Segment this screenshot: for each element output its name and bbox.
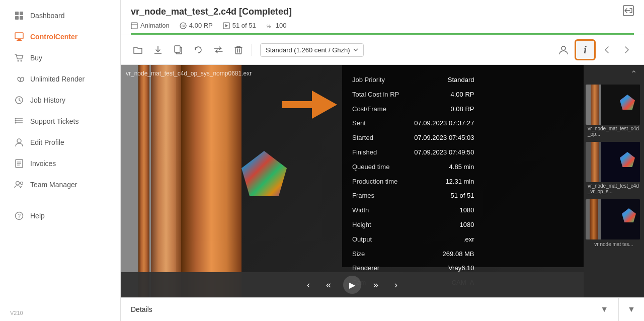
users-icon: [14, 180, 24, 190]
cart-icon: [14, 53, 24, 63]
svg-rect-35: [236, 47, 242, 54]
info-button[interactable]: i: [575, 39, 596, 60]
refresh-button[interactable]: [189, 42, 207, 58]
label-finished: Finished: [352, 147, 399, 158]
sidebar-item-invoices-label: Invoices: [30, 159, 56, 168]
copy-button[interactable]: [169, 42, 187, 58]
svg-point-13: [15, 118, 17, 120]
sidebar-item-help[interactable]: ? Help: [4, 206, 116, 226]
sidebar-item-jobhistory[interactable]: Job History: [4, 90, 116, 110]
sidebar: Dashboard ControlCenter Buy Unlimit: [0, 0, 121, 321]
svg-text:%: %: [267, 24, 271, 29]
sidebar-item-dashboard-label: Dashboard: [30, 12, 65, 20]
details-extra-chevron[interactable]: ▼: [619, 298, 644, 321]
monitor-icon: [14, 32, 24, 42]
svg-rect-34: [175, 46, 180, 52]
label-queuedtime: Queued time: [352, 162, 399, 173]
gem: [242, 151, 287, 196]
sidebar-item-editprofile-label: Edit Profile: [30, 138, 64, 146]
play-button[interactable]: ▶: [343, 276, 361, 294]
job-type: Animation: [131, 22, 170, 29]
main-content: vr_node_mat_test_2.c4d [Completed] Anima…: [121, 0, 644, 321]
thumb-label-video: vr node mat tes...: [586, 239, 642, 248]
sidebar-item-editprofile[interactable]: Edit Profile: [4, 132, 116, 152]
svg-rect-6: [17, 40, 22, 41]
label-output: Output: [352, 234, 399, 245]
thumbnail-item-1[interactable]: vr_node_mat_test_c4d_op...: [584, 83, 644, 140]
sidebar-item-dashboard[interactable]: Dashboard: [4, 6, 116, 26]
label-started: Started: [352, 133, 399, 143]
svg-rect-1: [20, 12, 23, 15]
sidebar-item-buy[interactable]: Buy: [4, 48, 116, 68]
header: vr_node_mat_test_2.c4d [Completed] Anima…: [121, 0, 644, 35]
job-percent: % 100: [266, 22, 287, 29]
pricing-dropdown[interactable]: Standard (1.260 cent / Ghzh): [260, 43, 364, 57]
sidebar-item-unlimited[interactable]: Unlimited Render: [4, 69, 116, 89]
details-button[interactable]: Details ▼: [121, 298, 619, 321]
toolbar-right: i: [554, 39, 636, 60]
value-started: 07.09.2023 07:45:03: [414, 133, 474, 143]
sidebar-item-support[interactable]: Support Tickets: [4, 111, 116, 131]
toolbar-divider: [252, 44, 252, 56]
version-label: V210: [0, 305, 120, 321]
svg-point-7: [18, 60, 19, 62]
value-frames: 51 of 51: [414, 191, 474, 201]
main-tube: [151, 65, 181, 297]
user-profile-button[interactable]: [554, 42, 573, 58]
job-rp: RP 4.00 RP: [180, 22, 213, 29]
transfer-button[interactable]: [209, 42, 227, 58]
header-top: vr_node_mat_test_2.c4d [Completed]: [131, 0, 634, 22]
next-button[interactable]: [618, 42, 636, 58]
rewind-button[interactable]: «: [322, 278, 335, 292]
next-frame-button[interactable]: ›: [390, 278, 401, 292]
prev-button[interactable]: [598, 42, 616, 58]
sidebar-item-support-label: Support Tickets: [30, 117, 79, 125]
large-tube: [181, 65, 242, 297]
infinite-icon: [14, 74, 24, 84]
delete-button[interactable]: [229, 42, 248, 58]
sidebar-item-controlcenter[interactable]: ControlCenter: [4, 27, 116, 47]
exit-icon[interactable]: [623, 5, 634, 19]
details-footer: Details ▼ ▼: [121, 297, 644, 321]
value-queuedtime: 4.85 min: [414, 162, 474, 173]
content-area: Job Priority Total Cost in RP Cost/Frame…: [121, 65, 644, 297]
value-priority: Standard: [414, 75, 474, 86]
svg-point-8: [21, 60, 22, 62]
viewer: Job Priority Total Cost in RP Cost/Frame…: [121, 65, 584, 297]
svg-rect-26: [131, 23, 137, 29]
right-panel-header: ⌃: [584, 65, 644, 83]
download-button[interactable]: [149, 42, 167, 58]
thumbnail-item-2[interactable]: vr_node_mat_test_c4d_vr_op_s...: [584, 140, 644, 197]
prev-frame-button[interactable]: ‹: [303, 278, 314, 292]
sidebar-item-teammanager[interactable]: Team Manager: [4, 175, 116, 195]
arrow-overlay: [282, 91, 337, 119]
sidebar-item-unlimited-label: Unlimited Render: [30, 75, 85, 83]
sidebar-item-teammanager-label: Team Manager: [30, 181, 77, 189]
details-chevron-down: ▼: [600, 305, 608, 314]
svg-point-16: [17, 139, 21, 143]
value-size: 269.08 MB: [414, 249, 474, 260]
value-productiontime: 12.31 min: [414, 177, 474, 187]
fast-forward-button[interactable]: »: [369, 278, 382, 292]
svg-point-22: [21, 182, 23, 185]
value-width: 1080: [414, 205, 474, 216]
help-icon: ?: [14, 211, 24, 221]
open-folder-button[interactable]: [129, 42, 147, 58]
label-cost: Total Cost in RP: [352, 90, 399, 100]
collapse-panel-button[interactable]: ⌃: [627, 68, 640, 79]
svg-rect-3: [20, 16, 23, 20]
progress-bar: [131, 33, 634, 35]
thumb-image-1: [586, 85, 640, 125]
thumb-label-1: vr_node_mat_test_c4d_op...: [586, 125, 642, 138]
label-height: Height: [352, 220, 399, 230]
value-finished: 07.09.2023 07:49:50: [414, 147, 474, 158]
label-sent: Sent: [352, 118, 399, 129]
sidebar-item-buy-label: Buy: [30, 54, 42, 62]
thumbnail-item-video[interactable]: vr node mat tes...: [584, 197, 644, 250]
sidebar-item-invoices[interactable]: Invoices: [4, 153, 116, 174]
value-output: .exr: [414, 234, 474, 245]
label-frames: Frames: [352, 191, 399, 201]
value-sent: 07.09.2023 07:37:27: [414, 118, 474, 129]
svg-text:?: ?: [18, 213, 21, 219]
thumb-label-2: vr_node_mat_test_c4d_vr_op_s...: [586, 182, 642, 195]
